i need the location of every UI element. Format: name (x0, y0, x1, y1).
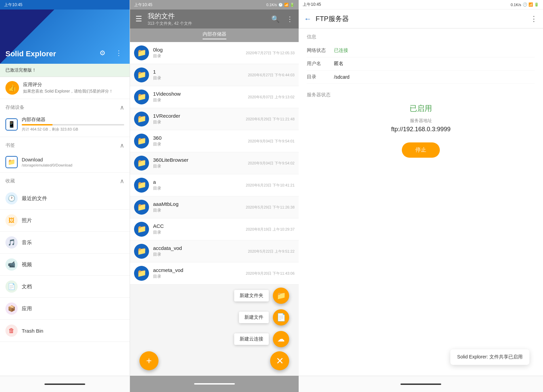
download-bookmark[interactable]: 📁 Download /storage/emulated/0/Download (0, 152, 130, 173)
fab-add-button[interactable]: + (139, 351, 158, 370)
sidebar-item-docs[interactable]: 📄 文档 (0, 276, 130, 298)
music-icon: 🎵 (5, 236, 18, 249)
folder-icon: 📁 (134, 266, 149, 281)
search-icon[interactable]: 🔍 (268, 12, 282, 26)
folder-icon: 📁 (134, 67, 149, 82)
right-panel: 上午10:45 0.1K/s 🕐 📶 🔋 ← FTP服务器 ⋮ 信息 网络状态 … (299, 0, 543, 392)
more-menu-icon[interactable]: ⋮ (113, 47, 124, 58)
rate-label: 应用评分 (23, 82, 113, 88)
network-label: 网络状态 (307, 47, 334, 54)
toolbar-more-icon[interactable]: ⋮ (284, 12, 296, 26)
server-status-section: 服务器状态 已启用 服务器地址 ftp://192.168.0.3:9999 停… (307, 92, 535, 158)
folder-icon: 📁 (134, 200, 149, 215)
internal-storage-item[interactable]: 📱 内部存储器 共计 464.52 GB，剩余 323.83 GB (0, 114, 130, 137)
app-title: Solid Explorer (5, 50, 97, 58)
settings-icon[interactable]: ⚙ (97, 47, 108, 58)
right-bottom-bar (299, 376, 543, 392)
storage-name: 内部存储器 (22, 117, 124, 123)
hamburger-menu-icon[interactable]: ☰ (133, 12, 145, 26)
table-row[interactable]: 📁 accmeta_vod 目录 2020年9月20日 下午11:43:06 (130, 262, 299, 285)
bottom-nav-indicator (44, 384, 85, 385)
sidebar-item-apps[interactable]: 📦 应用 (0, 298, 130, 320)
bookmarks-section-header: 书签 ∧ (0, 137, 130, 152)
table-row[interactable]: 📁 0log 目录 2020年7月27日 下午12:05:33 (130, 42, 299, 64)
favorites-collapse-icon[interactable]: ∧ (120, 177, 124, 185)
new-cloud-button[interactable]: ☁ (273, 331, 289, 347)
new-file-button[interactable]: 📄 (273, 309, 289, 326)
fab-actions-group: 新建文件夹 📁 新建文件 📄 新建云连接 ☁ (234, 288, 289, 347)
new-folder-label[interactable]: 新建文件夹 (234, 290, 269, 301)
new-folder-button[interactable]: 📁 (273, 288, 289, 304)
right-toolbar: ← FTP服务器 ⋮ (299, 9, 543, 28)
table-row[interactable]: 📁 a 目录 2020年6月23日 下午10:41:21 (130, 174, 299, 196)
server-addr-label: 服务器地址 (307, 118, 535, 124)
new-cloud-action: 新建云连接 ☁ (234, 331, 289, 347)
right-bottom-indicator (400, 384, 441, 385)
info-section-title: 信息 (307, 34, 535, 40)
folder-icon: 📁 (134, 178, 149, 193)
new-cloud-label[interactable]: 新建云连接 (234, 333, 269, 345)
table-row[interactable]: 📁 1Videoshow 目录 2020年6月07日 上午9:13:02 (130, 86, 299, 108)
apps-icon: 📦 (5, 302, 18, 315)
right-more-menu-icon[interactable]: ⋮ (527, 12, 540, 26)
dir-value: /sdcard (334, 74, 350, 80)
storage-collapse-icon[interactable]: ∧ (120, 104, 124, 111)
stop-server-button[interactable]: 停止 (402, 142, 440, 158)
activated-bar: 已激活完整版！ (0, 64, 130, 77)
sidebar-item-video[interactable]: 📹 视频 (0, 254, 130, 276)
mid-toolbar: ☰ 我的文件 313 个文件夹, 42 个文件 🔍 ⋮ (130, 9, 299, 28)
right-body: 信息 网络状态 已连接 用户名 匿名 目录 /sdcard 服务器状态 已启用 … (299, 28, 543, 376)
docs-label: 文档 (22, 283, 32, 290)
sidebar-item-music[interactable]: 🎵 音乐 (0, 232, 130, 254)
toast-notification: Solid Explorer: 文件共享已启用 (450, 349, 529, 365)
table-row[interactable]: 📁 360 目录 2020年9月04日 下午9:54:01 (130, 130, 299, 152)
folder-icon: 📁 (134, 112, 149, 126)
left-body: 已激活完整版！ 👍 应用评分 如果您喜欢 Solid Explorer，请给我们… (0, 64, 130, 376)
fab-close-button[interactable]: ✕ (270, 351, 289, 370)
mid-title: 我的文件 (148, 12, 266, 21)
mid-bottom-indicator (194, 383, 235, 385)
table-row[interactable]: 📁 1 目录 2020年6月27日 下午6:44:03 (130, 64, 299, 86)
storage-tab[interactable]: 内部存储器 (130, 28, 299, 42)
mid-status-time: 上午10:45 (134, 2, 152, 8)
table-row[interactable]: 📁 360LiteBrowser 目录 2020年9月04日 下午9:54:02 (130, 152, 299, 174)
folder-icon: 📁 (134, 90, 149, 104)
mid-status-bar: 上午10:45 0.1K/s 🕐 📶 🔋 (130, 0, 299, 9)
sidebar-item-trash[interactable]: 🗑 Trash Bin (0, 320, 130, 342)
username-row: 用户名 匿名 (307, 57, 535, 71)
table-row[interactable]: 📁 1VRecorder 目录 2020年6月29日 下午11:21:48 (130, 108, 299, 130)
recent-files-icon: 🕐 (5, 192, 18, 204)
server-status-title: 服务器状态 (307, 92, 535, 98)
recent-files-label: 最近的文件 (22, 195, 47, 202)
folder-icon: 📁 (134, 45, 149, 60)
storage-device-icon: 📱 (5, 118, 18, 131)
left-panel: 上午10:45 Solid Explorer ⚙ ⋮ 已激活完整版！ 👍 应用评… (0, 0, 130, 392)
folder-icon: 📁 (134, 156, 149, 171)
rate-item[interactable]: 👍 应用评分 如果您喜欢 Solid Explorer，请给我们5星的评分！ (0, 77, 130, 99)
table-row[interactable]: 📁 aaaMtbLog 目录 2020年5月29日 下午11:26:38 (130, 196, 299, 218)
music-label: 音乐 (22, 239, 32, 246)
rate-icon: 👍 (5, 81, 19, 95)
storage-bar-fill (22, 124, 53, 125)
back-button[interactable]: ← (301, 12, 314, 26)
video-label: 视频 (22, 261, 32, 268)
storage-section-header: 存储设备 ∧ (0, 99, 130, 114)
table-row[interactable]: 📁 ACC 目录 2020年8月19日 上午10:29:37 (130, 218, 299, 240)
download-label: Download (22, 157, 72, 162)
table-row[interactable]: 📁 accdata_vod 目录 2020年5月22日 上午9:51:22 (130, 240, 299, 262)
mid-toolbar-icons: 🔍 ⋮ (268, 12, 296, 26)
user-label: 用户名 (307, 61, 334, 67)
new-file-label[interactable]: 新建文件 (239, 312, 269, 323)
fab-main-row: + ✕ (130, 351, 299, 370)
sidebar-item-recent[interactable]: 🕐 最近的文件 (0, 188, 130, 210)
network-status-row: 网络状态 已连接 (307, 44, 535, 57)
server-enabled-status: 已启用 (307, 103, 535, 114)
right-status-bar: 上午10:45 0.1K/s 🕐 📶 🔋 (299, 0, 543, 9)
directory-row: 目录 /sdcard (307, 71, 535, 84)
favorites-section-header: 收藏 ∧ (0, 173, 130, 188)
sidebar-item-photos[interactable]: 🖼 照片 (0, 210, 130, 232)
network-value: 已连接 (334, 47, 348, 54)
right-status-time: 上午10:45 (303, 2, 321, 7)
mid-panel: 上午10:45 0.1K/s 🕐 📶 🔋 ☰ 我的文件 313 个文件夹, 42… (130, 0, 299, 392)
bookmarks-collapse-icon[interactable]: ∧ (120, 142, 124, 149)
